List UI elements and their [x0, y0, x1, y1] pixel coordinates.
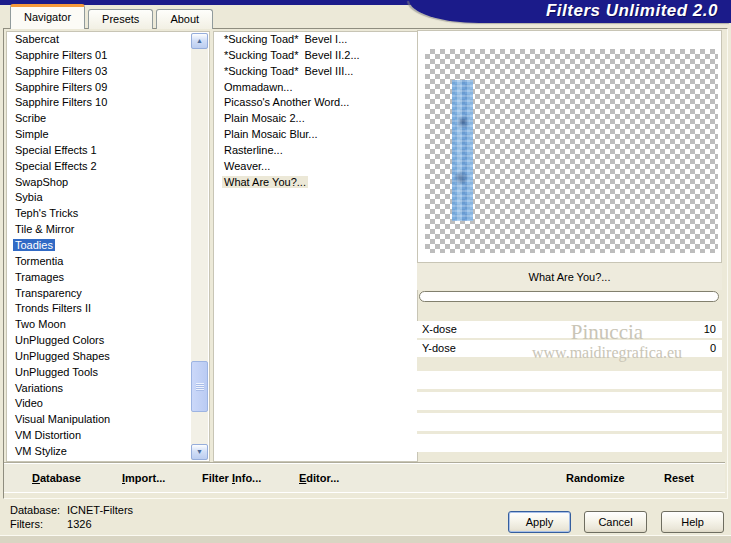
param-row[interactable]: Y-dose 0: [417, 340, 722, 357]
category-item[interactable]: Scribe: [7, 111, 209, 127]
filters-unlimited-dialog: Filters Unlimited 2.0 Navigator Presets …: [0, 0, 731, 543]
category-item[interactable]: Tronds Filters II: [7, 301, 209, 317]
editor-button[interactable]: Editor...: [299, 463, 339, 493]
category-item[interactable]: Sapphire Filters 03: [7, 64, 209, 80]
tab-presets[interactable]: Presets: [88, 9, 153, 29]
scrollbar-thumb[interactable]: [191, 361, 208, 412]
param-value[interactable]: 10: [704, 321, 716, 338]
param-name: Y-dose: [422, 340, 456, 357]
window-title: Filters Unlimited 2.0: [546, 1, 718, 21]
preview-panel: [417, 30, 722, 263]
category-item[interactable]: Transparency: [7, 286, 209, 302]
category-item[interactable]: Visual Manipulation: [7, 412, 209, 428]
param-row[interactable]: X-dose 10: [417, 321, 722, 338]
randomize-button[interactable]: Randomize: [566, 463, 625, 493]
filter-item[interactable]: Plain Mosaic 2...: [214, 111, 417, 127]
filter-item[interactable]: *Sucking Toad* Bevel II.2...: [214, 48, 417, 64]
empty-param-row: [417, 371, 722, 389]
category-item[interactable]: UnPlugged Shapes: [7, 349, 209, 365]
category-item[interactable]: VM Distortion: [7, 428, 209, 444]
scrollbar-grip: [196, 383, 204, 391]
scroll-down-icon[interactable]: ▼: [191, 444, 208, 460]
category-item[interactable]: Tormentia: [7, 254, 209, 270]
category-item[interactable]: Sybia: [7, 190, 209, 206]
cancel-button[interactable]: Cancel: [584, 511, 647, 533]
category-scrollbar[interactable]: ▲ ▼: [191, 33, 208, 460]
category-item[interactable]: Special Effects 1: [7, 143, 209, 159]
preview-canvas[interactable]: [425, 49, 718, 253]
category-item[interactable]: Tile & Mirror: [7, 222, 209, 238]
empty-param-row: [417, 434, 722, 452]
category-item[interactable]: Two Moon: [7, 317, 209, 333]
scroll-up-icon[interactable]: ▲: [191, 33, 208, 49]
filter-item[interactable]: *Sucking Toad* Bevel III...: [214, 64, 417, 80]
category-item[interactable]: Video: [7, 396, 209, 412]
progress-bar: [419, 291, 719, 302]
category-item[interactable]: UnPlugged Colors: [7, 333, 209, 349]
database-button[interactable]: Database: [32, 463, 81, 493]
status-database: Database: ICNET-Filters: [10, 504, 133, 516]
filter-item[interactable]: Ommadawn...: [214, 80, 417, 96]
category-item[interactable]: UnPlugged Tools: [7, 365, 209, 381]
tab-bar: Navigator Presets About: [10, 4, 216, 29]
bottom-edge: [0, 535, 731, 543]
tab-navigator[interactable]: Navigator: [10, 4, 85, 29]
preview-image: [452, 80, 473, 221]
category-item[interactable]: Variations: [7, 381, 209, 397]
filter-info-button[interactable]: Filter Info...: [202, 463, 261, 493]
category-item[interactable]: Sapphire Filters 09: [7, 80, 209, 96]
parameter-panel: X-dose 10 Y-dose 0 Pinuccia www.maidireg…: [417, 321, 722, 452]
category-item[interactable]: Special Effects 2: [7, 159, 209, 175]
import-button[interactable]: Import...: [122, 463, 165, 493]
category-item[interactable]: Tramages: [7, 270, 209, 286]
reset-button[interactable]: Reset: [664, 463, 694, 493]
filter-list: *Sucking Toad* Bevel I...*Sucking Toad* …: [213, 31, 418, 462]
category-item[interactable]: Simple: [7, 127, 209, 143]
filter-item[interactable]: *Sucking Toad* Bevel I...: [214, 32, 417, 48]
filter-item[interactable]: Weaver...: [214, 159, 417, 175]
filters-label: Filters:: [10, 518, 64, 530]
category-item[interactable]: Toadies: [7, 238, 209, 254]
param-value[interactable]: 0: [710, 340, 716, 357]
filter-item[interactable]: Plain Mosaic Blur...: [214, 127, 417, 143]
filter-item[interactable]: Picasso's Another Word...: [214, 95, 417, 111]
selected-filter-label: What Are You?...: [417, 263, 722, 290]
row-separator: [417, 357, 722, 371]
database-value: ICNET-Filters: [67, 504, 133, 516]
toolbar: Database Import... Filter Info... Editor…: [4, 462, 725, 493]
category-item[interactable]: VM Stylize: [7, 444, 209, 460]
category-item[interactable]: Sapphire Filters 01: [7, 48, 209, 64]
filter-items: *Sucking Toad* Bevel I...*Sucking Toad* …: [214, 32, 417, 190]
help-button[interactable]: Help: [661, 511, 724, 533]
empty-param-row: [417, 392, 722, 410]
title-banner: Filters Unlimited 2.0: [409, 0, 731, 23]
category-list: SabercatSapphire Filters 01Sapphire Filt…: [6, 31, 210, 462]
empty-param-row: [417, 413, 722, 431]
param-name: X-dose: [422, 321, 457, 338]
category-item[interactable]: Sabercat: [7, 32, 209, 48]
tab-about[interactable]: About: [156, 9, 213, 29]
database-label: Database:: [10, 504, 64, 516]
category-item[interactable]: Sapphire Filters 10: [7, 95, 209, 111]
filters-value: 1326: [67, 518, 91, 530]
status-filters: Filters: 1326: [10, 518, 92, 530]
filter-item[interactable]: Rasterline...: [214, 143, 417, 159]
apply-button[interactable]: Apply: [508, 511, 571, 533]
category-item[interactable]: SwapShop: [7, 175, 209, 191]
category-item[interactable]: Teph's Tricks: [7, 206, 209, 222]
category-items: SabercatSapphire Filters 01Sapphire Filt…: [7, 32, 209, 460]
filter-item[interactable]: What Are You?...: [214, 175, 417, 191]
